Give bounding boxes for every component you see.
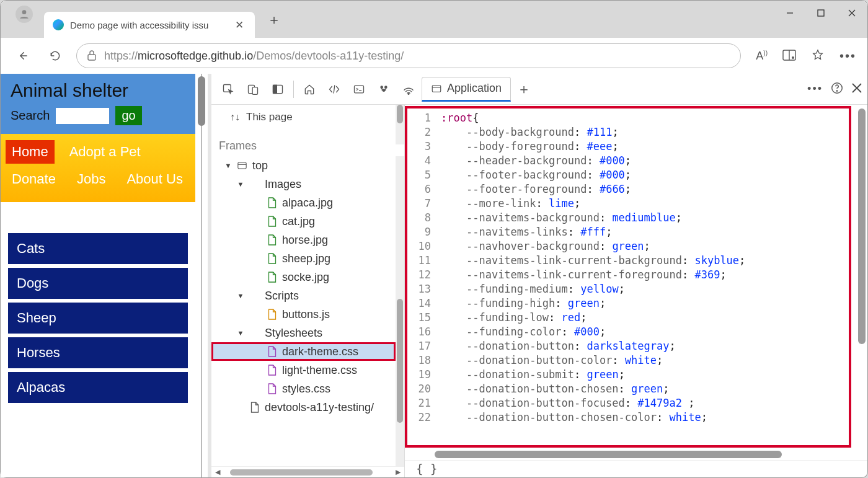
browser-window: Demo page with accessibility issu ✕ ＋ ht… [0, 0, 868, 478]
devtools-panel: Application ＋ ••• ↑↓ This pag [211, 74, 867, 477]
read-aloud-icon[interactable]: A)) [756, 50, 768, 63]
svg-point-0 [22, 10, 27, 14]
image-file-icon [266, 252, 277, 265]
tree-stylesheets[interactable]: ▼Stylesheets [211, 324, 396, 342]
browser-tab[interactable]: Demo page with accessibility issu ✕ [44, 12, 255, 38]
new-tab-button[interactable]: ＋ [262, 8, 286, 32]
page-nav: HomeAdopt a PetDonateJobsAbout Us [1, 134, 195, 202]
frame-icon [236, 159, 247, 172]
tree-scrollbar-top[interactable] [396, 105, 404, 144]
stylesheet-file-icon [266, 364, 277, 376]
tree-scope-label: This page [246, 111, 293, 123]
page-viewport: Animal shelter Search go HomeAdopt a Pet… [1, 74, 208, 477]
tree-top[interactable]: ▼top [211, 156, 396, 175]
favorite-icon[interactable] [811, 48, 825, 64]
frames-tree: ↑↓ This page Frames ▼top▼Imagesalpaca.jp… [211, 105, 405, 477]
address-bar[interactable]: https://microsoftedge.github.io/Demos/de… [76, 43, 741, 68]
minimize-button[interactable] [774, 1, 805, 25]
elements-tab-icon[interactable] [322, 77, 346, 101]
source-viewer: 12345678910111213141516171819202122 :roo… [405, 105, 867, 477]
reader-icon[interactable] [782, 49, 796, 63]
code-scrollbar-v[interactable] [856, 105, 867, 448]
tree-scrollbar[interactable] [396, 156, 404, 466]
tree-file-horse.jpg[interactable]: horse.jpg [211, 231, 396, 249]
more-tabs-button[interactable]: ＋ [512, 77, 536, 101]
image-file-icon [266, 234, 277, 246]
category-dogs[interactable]: Dogs [8, 268, 188, 299]
welcome-tab-icon[interactable] [298, 77, 321, 101]
nav-link-adopt-a-pet[interactable]: Adopt a Pet [63, 140, 147, 164]
stylesheet-file-icon [266, 345, 277, 358]
svg-point-8 [792, 56, 794, 58]
search-input[interactable] [56, 108, 109, 124]
svg-rect-19 [432, 85, 441, 92]
section-frames: Frames [211, 130, 396, 156]
tree-hscroll[interactable]: ◀ ▶ [211, 466, 404, 477]
category-list: CatsDogsSheepHorsesAlpacas [1, 202, 195, 403]
sort-icon: ↑↓ [230, 112, 240, 123]
profile-avatar[interactable] [16, 6, 33, 23]
dock-icon[interactable] [266, 77, 290, 101]
format-button[interactable]: { } [405, 460, 867, 477]
devtools-close-icon[interactable] [851, 82, 862, 95]
category-horses[interactable]: Horses [8, 337, 188, 368]
folder-icon [249, 290, 260, 302]
tree-images[interactable]: ▼Images [211, 175, 396, 193]
svg-rect-2 [818, 10, 824, 16]
image-file-icon [266, 271, 277, 283]
svg-point-22 [836, 91, 837, 91]
application-tab[interactable]: Application [422, 77, 511, 102]
tree-scripts[interactable]: ▼Scripts [211, 286, 396, 305]
url-text: https://microsoftedge.github.io/Demos/de… [104, 50, 404, 63]
devtools-more-icon[interactable]: ••• [807, 82, 823, 95]
close-window-button[interactable] [836, 1, 867, 25]
tree-file-dark-theme.css[interactable]: dark-theme.css [211, 342, 396, 361]
help-icon[interactable] [830, 81, 844, 97]
code-scrollbar-h[interactable] [435, 449, 851, 460]
console-tab-icon[interactable] [347, 77, 371, 101]
page-header: Animal shelter Search go [1, 74, 195, 134]
category-cats[interactable]: Cats [8, 233, 188, 264]
category-sheep[interactable]: Sheep [8, 303, 188, 334]
refresh-button[interactable] [44, 45, 66, 67]
lock-icon [87, 50, 97, 63]
code-text[interactable]: :root{ --body-background: #111; --body-f… [437, 108, 849, 445]
line-gutter: 12345678910111213141516171819202122 [407, 108, 437, 445]
tree-file-sheep.jpg[interactable]: sheep.jpg [211, 249, 396, 268]
tab-close-icon[interactable]: ✕ [232, 17, 246, 33]
tree-file-socke.jpg[interactable]: socke.jpg [211, 268, 396, 286]
more-icon[interactable]: ••• [839, 49, 856, 63]
tree-file-styles.css[interactable]: styles.css [211, 379, 396, 398]
nav-link-donate[interactable]: Donate [6, 167, 62, 191]
window-controls [774, 1, 867, 25]
svg-point-15 [381, 86, 383, 88]
network-tab-icon[interactable] [397, 77, 420, 101]
code-area: 12345678910111213141516171819202122 :roo… [405, 106, 851, 448]
back-button[interactable] [12, 45, 34, 67]
page-scrollbar[interactable] [195, 74, 208, 477]
page-title: Animal shelter [11, 80, 185, 101]
folder-icon [249, 178, 260, 190]
svg-point-16 [385, 86, 387, 88]
tree-scope[interactable]: ↑↓ This page [211, 105, 396, 130]
device-icon[interactable] [241, 77, 265, 101]
tree-doc[interactable]: devtools-a11y-testing/ [211, 398, 396, 417]
sources-tab-icon[interactable] [372, 77, 396, 101]
go-button[interactable]: go [115, 106, 141, 125]
devtools-body: ↑↓ This page Frames ▼top▼Imagesalpaca.jp… [211, 105, 867, 477]
category-alpacas[interactable]: Alpacas [8, 372, 188, 403]
tree-file-cat.jpg[interactable]: cat.jpg [211, 212, 396, 231]
nav-link-about-us[interactable]: About Us [120, 167, 189, 191]
script-file-icon [266, 308, 277, 321]
search-label: Search [11, 108, 50, 123]
titlebar: Demo page with accessibility issu ✕ ＋ [1, 1, 867, 38]
nav-link-jobs[interactable]: Jobs [71, 167, 112, 191]
tree-file-alpaca.jpg[interactable]: alpaca.jpg [211, 193, 396, 212]
maximize-button[interactable] [805, 1, 836, 25]
tree-file-light-theme.css[interactable]: light-theme.css [211, 361, 396, 379]
demo-page: Animal shelter Search go HomeAdopt a Pet… [1, 74, 195, 477]
inspect-icon[interactable] [216, 77, 240, 101]
nav-link-home[interactable]: Home [6, 140, 55, 164]
tree-file-buttons.js[interactable]: buttons.js [211, 305, 396, 324]
application-tab-label: Application [447, 82, 502, 95]
